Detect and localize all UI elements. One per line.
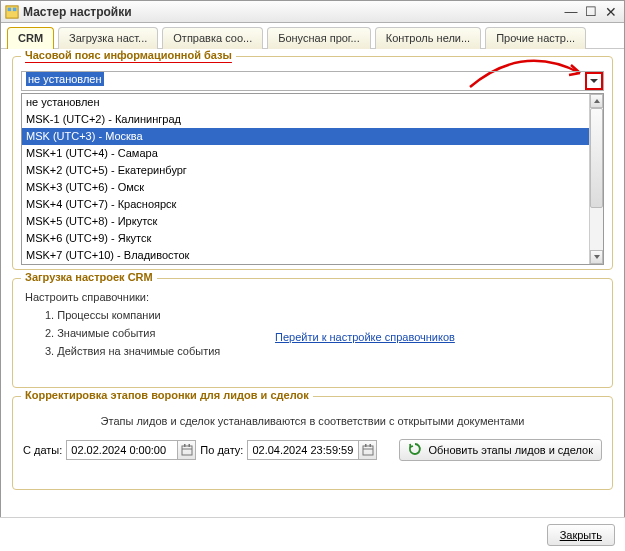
date-to-field[interactable]: 02.04.2024 23:59:59	[247, 440, 377, 460]
timezone-option[interactable]: MSK-1 (UTC+2) - Калининград	[22, 111, 589, 128]
crm-list-item: 3. Действия на значимые события	[45, 345, 600, 357]
timezone-group-title: Часовой пояс информационной базы	[21, 49, 236, 61]
svg-rect-6	[188, 444, 190, 447]
footer: Закрыть	[0, 517, 625, 551]
svg-rect-9	[365, 444, 367, 447]
update-button-label: Обновить этапы лидов и сделок	[428, 444, 593, 456]
funnel-group: Корректировка этапов воронки для лидов и…	[12, 396, 613, 490]
scroll-down-button[interactable]	[590, 250, 603, 264]
tab-0[interactable]: CRM	[7, 27, 54, 49]
timezone-option[interactable]: MSK+2 (UTC+5) - Екатеринбург	[22, 162, 589, 179]
date-from-label: С даты:	[23, 444, 62, 456]
tab-3[interactable]: Бонусная прог...	[267, 27, 371, 49]
tab-2[interactable]: Отправка соо...	[162, 27, 263, 49]
tab-5[interactable]: Прочие настр...	[485, 27, 586, 49]
window-title: Мастер настройки	[23, 5, 560, 19]
funnel-group-title: Корректировка этапов воронки для лидов и…	[21, 389, 313, 401]
date-to-label: По дату:	[200, 444, 243, 456]
crm-group-title: Загрузка настроек CRM	[21, 271, 157, 283]
window-close-button[interactable]: ✕	[602, 4, 620, 20]
timezone-value: не установлен	[26, 72, 104, 86]
app-icon	[5, 5, 19, 19]
svg-rect-5	[184, 444, 186, 447]
scroll-track[interactable]	[590, 108, 603, 250]
calendar-to-button[interactable]	[358, 441, 376, 459]
timezone-option[interactable]: MSK+7 (UTC+10) - Владивосток	[22, 247, 589, 264]
timezone-input[interactable]: не установлен	[22, 72, 585, 90]
calendar-from-button[interactable]	[177, 441, 195, 459]
svg-rect-7	[363, 446, 373, 455]
close-button[interactable]: Закрыть	[547, 524, 615, 546]
tab-row: CRMЗагрузка наст...Отправка соо...Бонусн…	[1, 23, 624, 49]
funnel-note: Этапы лидов и сделок устанавливаются в с…	[23, 415, 602, 427]
scroll-thumb[interactable]	[590, 108, 603, 208]
timezone-dropdown-button[interactable]	[585, 72, 603, 90]
timezone-option[interactable]: MSK+6 (UTC+9) - Якутск	[22, 230, 589, 247]
close-button-label: Закрыть	[560, 529, 602, 541]
timezone-option[interactable]: MSK+1 (UTC+4) - Самара	[22, 145, 589, 162]
timezone-option[interactable]: MSK+3 (UTC+6) - Омск	[22, 179, 589, 196]
refresh-icon	[408, 442, 422, 458]
scroll-up-button[interactable]	[590, 94, 603, 108]
dropdown-scrollbar[interactable]	[589, 94, 603, 264]
svg-rect-2	[13, 7, 17, 11]
crm-intro-label: Настроить справочники:	[25, 291, 600, 303]
timezone-option[interactable]: MSK+4 (UTC+7) - Красноярск	[22, 196, 589, 213]
timezone-group: Часовой пояс информационной базы не уста…	[12, 56, 613, 270]
date-from-field[interactable]: 02.02.2024 0:00:00	[66, 440, 196, 460]
crm-list-item: 1. Процессы компании	[45, 309, 600, 321]
crm-settings-group: Загрузка настроек CRM Настроить справочн…	[12, 278, 613, 388]
svg-rect-3	[182, 446, 192, 455]
minimize-button[interactable]: —	[562, 4, 580, 20]
timezone-dropdown-list: не установленMSK-1 (UTC+2) - Калининград…	[21, 93, 604, 265]
crm-settings-link[interactable]: Перейти к настройке справочников	[275, 331, 455, 343]
tab-1[interactable]: Загрузка наст...	[58, 27, 158, 49]
maximize-button[interactable]: ☐	[582, 4, 600, 20]
timezone-option[interactable]: не установлен	[22, 94, 589, 111]
date-to-value: 02.04.2024 23:59:59	[248, 444, 358, 456]
timezone-field: не установлен	[21, 71, 604, 91]
update-stages-button[interactable]: Обновить этапы лидов и сделок	[399, 439, 602, 461]
timezone-option[interactable]: MSK+5 (UTC+8) - Иркутск	[22, 213, 589, 230]
svg-rect-10	[369, 444, 371, 447]
date-from-value: 02.02.2024 0:00:00	[67, 444, 177, 456]
tab-4[interactable]: Контроль нели...	[375, 27, 481, 49]
svg-rect-1	[8, 7, 12, 11]
timezone-option[interactable]: MSK (UTC+3) - Москва	[22, 128, 589, 145]
